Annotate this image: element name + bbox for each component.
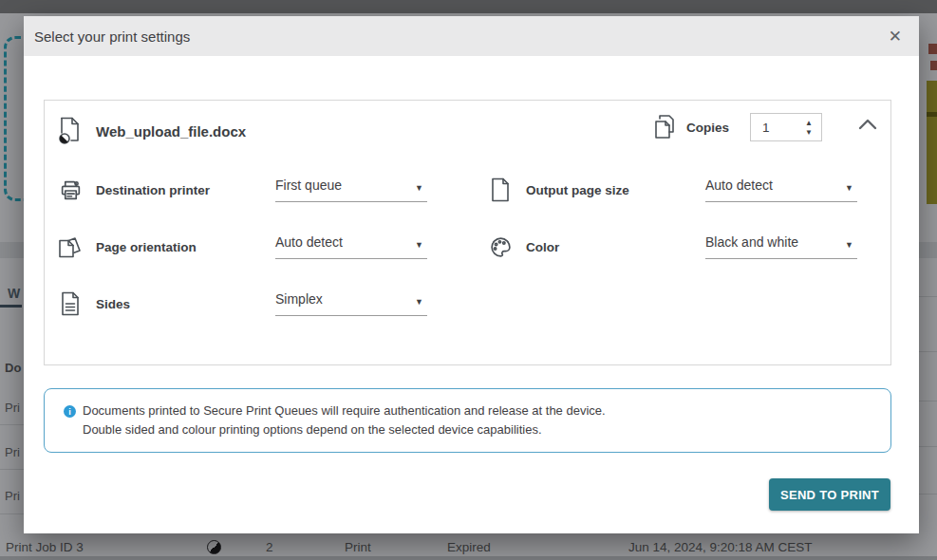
output-page-size-select[interactable]: Auto detect ▼ bbox=[705, 177, 857, 202]
dropdown-caret-icon: ▼ bbox=[415, 297, 427, 307]
background-row-partial: Pri bbox=[5, 489, 20, 503]
field-label: Output page size bbox=[526, 183, 705, 197]
field-output-page-size: Output page size Auto detect ▼ bbox=[488, 169, 857, 211]
print-job-card: Web_upload_file.docx Copies 1 ▲ ▼ bbox=[44, 100, 891, 365]
background-top-bar bbox=[0, 0, 937, 13]
background-fragment bbox=[928, 44, 937, 54]
status-cell: Expired bbox=[447, 540, 491, 554]
copies-icon bbox=[652, 114, 677, 140]
field-sides: Sides Simplex ▼ bbox=[58, 283, 427, 325]
selected-value: Auto detect bbox=[705, 177, 773, 193]
sides-icon bbox=[58, 291, 83, 316]
stepper-arrows: ▲ ▼ bbox=[805, 120, 821, 136]
dropdown-caret-icon: ▼ bbox=[845, 183, 857, 193]
dropdown-caret-icon: ▼ bbox=[845, 240, 857, 250]
table-divider bbox=[919, 351, 937, 352]
page-icon bbox=[488, 177, 513, 202]
dialog-title: Select your print settings bbox=[34, 28, 190, 45]
table-divider bbox=[0, 513, 24, 514]
job-name-cell: Print Job ID 3 bbox=[6, 540, 84, 554]
orientation-icon bbox=[58, 234, 83, 259]
info-icon: i bbox=[64, 405, 76, 418]
field-page-orientation: Page orientation Auto detect ▼ bbox=[58, 226, 427, 268]
background-row-partial: Pri bbox=[5, 445, 20, 459]
info-line-2: Double sided and colour printing options… bbox=[83, 420, 606, 439]
page-orientation-select[interactable]: Auto detect ▼ bbox=[275, 234, 427, 259]
info-text: Documents printed to Secure Print Queues… bbox=[83, 401, 606, 439]
increment-icon[interactable]: ▲ bbox=[805, 120, 813, 126]
background-tab-partial: W bbox=[8, 286, 20, 301]
info-line-1: Documents printed to Secure Print Queues… bbox=[83, 401, 606, 420]
copies-label: Copies bbox=[686, 121, 729, 135]
sides-select[interactable]: Simplex ▼ bbox=[275, 291, 427, 316]
print-settings-dialog: Select your print settings ✕ Web_upload_… bbox=[24, 16, 919, 533]
screen: W Do Pri Pri Pri Print Job ID 3 2 Print … bbox=[0, 0, 937, 560]
palette-icon bbox=[488, 235, 513, 259]
grayscale-icon bbox=[207, 540, 221, 554]
background-column-header-partial: Do bbox=[5, 361, 21, 375]
table-divider bbox=[919, 296, 937, 297]
document-grayscale-icon bbox=[58, 117, 83, 145]
background-fragment bbox=[930, 61, 937, 70]
field-label: Color bbox=[526, 240, 705, 254]
dropdown-caret-icon: ▼ bbox=[415, 183, 427, 193]
copies-cell: 2 bbox=[266, 540, 273, 554]
field-label: Page orientation bbox=[96, 240, 275, 254]
table-divider bbox=[0, 424, 24, 425]
copies-value[interactable]: 1 bbox=[751, 121, 805, 135]
background-tab-underline bbox=[0, 305, 22, 308]
copies-stepper[interactable]: 1 ▲ ▼ bbox=[750, 113, 822, 141]
info-banner: i Documents printed to Secure Print Queu… bbox=[44, 388, 891, 453]
table-divider bbox=[919, 494, 937, 495]
table-divider bbox=[919, 446, 937, 447]
collapse-chevron-up-icon[interactable] bbox=[856, 116, 879, 137]
table-divider bbox=[919, 401, 937, 401]
field-label: Sides bbox=[96, 297, 275, 311]
selected-value: First queue bbox=[275, 177, 342, 193]
file-name: Web_upload_file.docx bbox=[96, 123, 246, 140]
selected-value: Simplex bbox=[275, 291, 323, 307]
dialog-header: Select your print settings ✕ bbox=[24, 16, 919, 56]
background-fragment bbox=[927, 112, 937, 117]
decrement-icon[interactable]: ▼ bbox=[805, 129, 813, 136]
send-to-print-button[interactable]: SEND TO PRINT bbox=[769, 478, 890, 511]
copies-group: Copies 1 ▲ ▼ bbox=[652, 113, 822, 141]
color-select[interactable]: Black and white ▼ bbox=[705, 234, 857, 259]
date-cell: Jun 14, 2024, 9:20:18 AM CEST bbox=[628, 540, 813, 554]
printer-icon bbox=[58, 178, 83, 202]
type-cell: Print bbox=[345, 540, 371, 554]
table-divider bbox=[0, 469, 24, 470]
dropdown-caret-icon: ▼ bbox=[415, 240, 427, 250]
close-icon[interactable]: ✕ bbox=[885, 25, 906, 48]
field-label: Destination printer bbox=[96, 183, 275, 197]
destination-printer-select[interactable]: First queue ▼ bbox=[275, 177, 427, 202]
selected-value: Auto detect bbox=[275, 234, 343, 250]
field-destination-printer: Destination printer First queue ▼ bbox=[58, 169, 427, 211]
background-row-partial: Pri bbox=[5, 401, 20, 415]
background-fragment bbox=[927, 81, 937, 204]
field-color: Color Black and white ▼ bbox=[488, 226, 857, 268]
background-footer-strip bbox=[0, 556, 937, 560]
selected-value: Black and white bbox=[705, 234, 798, 250]
file-row: Web_upload_file.docx bbox=[58, 117, 246, 145]
